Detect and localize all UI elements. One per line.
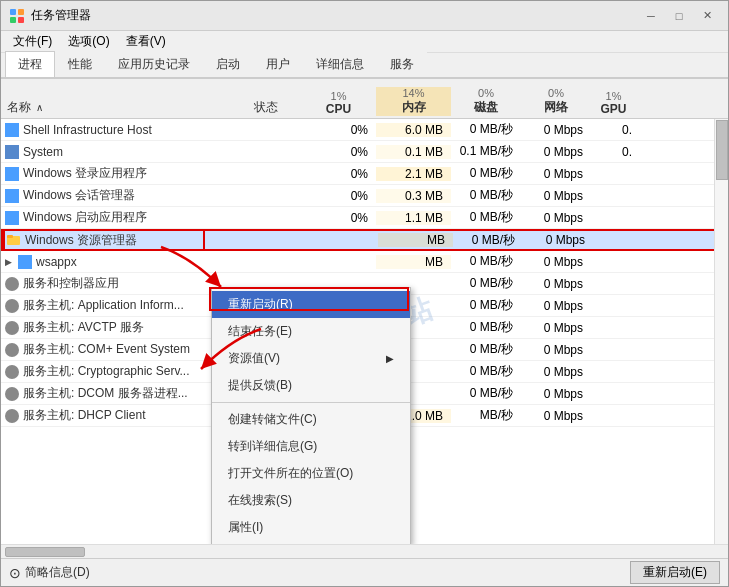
process-icon	[5, 167, 19, 181]
tab-users[interactable]: 用户	[253, 51, 303, 77]
row-disk: 0 MB/秒	[451, 297, 521, 314]
process-icon	[5, 145, 19, 159]
col-header-gpu[interactable]: 1% GPU	[591, 90, 636, 116]
table-row[interactable]: Windows 登录应用程序 0% 2.1 MB 0 MB/秒 0 Mbps	[1, 163, 728, 185]
process-icon	[5, 189, 19, 203]
context-menu-open-file-location[interactable]: 打开文件所在的位置(O)	[212, 460, 410, 487]
app-icon	[9, 8, 25, 24]
table-body[interactable]: 亿破解网站 Shell Infrastructure Host 0% 6.0 M…	[1, 119, 728, 544]
context-menu: 重新启动(R) 结束任务(E) 资源值(V) ▶ 提供反馈(B) 创建转储文件(…	[211, 287, 411, 544]
col-header-disk[interactable]: 0% 磁盘	[451, 87, 521, 116]
close-button[interactable]: ✕	[694, 6, 720, 26]
window-title: 任务管理器	[31, 7, 638, 24]
row-cpu: 0%	[301, 211, 376, 225]
process-icon	[5, 211, 19, 225]
context-menu-search-online[interactable]: 在线搜索(S)	[212, 487, 410, 514]
row-cpu: 0%	[301, 123, 376, 137]
svg-rect-1	[18, 9, 24, 15]
table-row-selected[interactable]: Windows 资源管理器 MB 0 MB/秒 0 Mbps	[1, 229, 728, 251]
tab-startup[interactable]: 启动	[203, 51, 253, 77]
tab-performance[interactable]: 性能	[55, 51, 105, 77]
row-name: 服务主机: COM+ Event System	[1, 341, 231, 358]
row-network: 0 Mbps	[521, 365, 591, 379]
menu-file[interactable]: 文件(F)	[5, 31, 60, 52]
row-name: 服务和控制器应用	[1, 275, 231, 292]
context-menu-resource-value[interactable]: 资源值(V) ▶	[212, 345, 410, 372]
folder-icon	[7, 233, 21, 247]
row-disk: 0 MB/秒	[453, 232, 523, 249]
col-header-status[interactable]: 状态	[231, 99, 301, 116]
col-header-memory[interactable]: 14% 内存	[376, 87, 451, 116]
context-menu-create-dump[interactable]: 创建转储文件(C)	[212, 406, 410, 433]
hscrollbar-thumb[interactable]	[5, 547, 85, 557]
restart-button[interactable]: 重新启动(E)	[630, 561, 720, 584]
menu-options[interactable]: 选项(O)	[60, 31, 117, 52]
minimize-button[interactable]: ─	[638, 6, 664, 26]
gear-icon	[5, 365, 19, 379]
gear-icon	[5, 299, 19, 313]
context-menu-properties[interactable]: 属性(I)	[212, 514, 410, 541]
svg-rect-0	[10, 9, 16, 15]
row-memory: 0.3 MB	[376, 189, 451, 203]
tab-bar: 进程 性能 应用历史记录 启动 用户 详细信息 服务	[1, 53, 728, 79]
row-network: 0 Mbps	[521, 145, 591, 159]
row-disk: 0 MB/秒	[451, 341, 521, 358]
expand-arrow-icon: ▶	[5, 257, 12, 267]
row-name: System	[1, 145, 231, 159]
row-disk: 0 MB/秒	[451, 165, 521, 182]
context-menu-goto-details[interactable]: 转到详细信息(G)	[212, 433, 410, 460]
status-text[interactable]: ⊙ 简略信息(D)	[9, 564, 90, 581]
gear-icon	[5, 321, 19, 335]
context-menu-feedback[interactable]: 提供反馈(B)	[212, 372, 410, 399]
row-name: 服务主机: Cryptographic Serv...	[1, 363, 231, 380]
task-manager-window: 任务管理器 ─ □ ✕ 文件(F) 选项(O) 查看(V) 进程 性能 应用历史…	[0, 0, 729, 587]
row-network: 0 Mbps	[521, 189, 591, 203]
table-row[interactable]: System 0% 0.1 MB 0.1 MB/秒 0 Mbps 0.	[1, 141, 728, 163]
row-name: 服务主机: Application Inform...	[1, 297, 231, 314]
row-disk: 0 MB/秒	[451, 209, 521, 226]
tab-details[interactable]: 详细信息	[303, 51, 377, 77]
context-menu-separator	[212, 402, 410, 403]
row-disk: 0 MB/秒	[451, 319, 521, 336]
maximize-button[interactable]: □	[666, 6, 692, 26]
row-network: 0 Mbps	[521, 299, 591, 313]
row-name: Shell Infrastructure Host	[1, 123, 231, 137]
context-menu-end-task[interactable]: 结束任务(E)	[212, 318, 410, 345]
row-memory: 6.0 MB	[376, 123, 451, 137]
tab-processes[interactable]: 进程	[5, 51, 55, 77]
row-disk: 0 MB/秒	[451, 121, 521, 138]
col-header-cpu[interactable]: 1% CPU	[301, 90, 376, 116]
row-cpu: 0%	[301, 189, 376, 203]
sort-arrow-icon: ∧	[36, 102, 43, 113]
row-disk: 0 MB/秒	[451, 385, 521, 402]
horizontal-scrollbar[interactable]	[1, 544, 728, 558]
scrollbar[interactable]	[714, 119, 728, 544]
row-memory: 1.1 MB	[376, 211, 451, 225]
context-menu-restart[interactable]: 重新启动(R)	[212, 291, 410, 318]
row-memory: 2.1 MB	[376, 167, 451, 181]
row-cpu: 0%	[301, 167, 376, 181]
info-circle-icon: ⊙	[9, 565, 21, 581]
row-disk: 0 MB/秒	[451, 253, 521, 270]
menu-view[interactable]: 查看(V)	[118, 31, 174, 52]
row-disk: 0 MB/秒	[451, 275, 521, 292]
submenu-arrow-icon: ▶	[386, 353, 394, 364]
row-name: Windows 会话管理器	[1, 187, 231, 204]
row-name: 服务主机: DHCP Client	[1, 407, 231, 424]
col-header-name[interactable]: 名称 ∧	[1, 99, 231, 116]
row-name: 服务主机: AVCTP 服务	[1, 319, 231, 336]
table-row[interactable]: Shell Infrastructure Host 0% 6.0 MB 0 MB…	[1, 119, 728, 141]
table-row[interactable]: Windows 会话管理器 0% 0.3 MB 0 MB/秒 0 Mbps	[1, 185, 728, 207]
table-row[interactable]: Windows 启动应用程序 0% 1.1 MB 0 MB/秒 0 Mbps	[1, 207, 728, 229]
row-name: 服务主机: DCOM 服务器进程...	[1, 385, 231, 402]
row-network: 0 Mbps	[521, 321, 591, 335]
table-row[interactable]: ▶ wsappx MB 0 MB/秒 0 Mbps	[1, 251, 728, 273]
row-gpu: 0.	[591, 123, 636, 137]
col-header-network[interactable]: 0% 网络	[521, 87, 591, 116]
row-name: Windows 资源管理器	[3, 232, 233, 249]
scrollbar-thumb[interactable]	[716, 120, 728, 180]
window-controls: ─ □ ✕	[638, 6, 720, 26]
tab-services[interactable]: 服务	[377, 51, 427, 77]
tab-app-history[interactable]: 应用历史记录	[105, 51, 203, 77]
gear-icon	[5, 409, 19, 423]
